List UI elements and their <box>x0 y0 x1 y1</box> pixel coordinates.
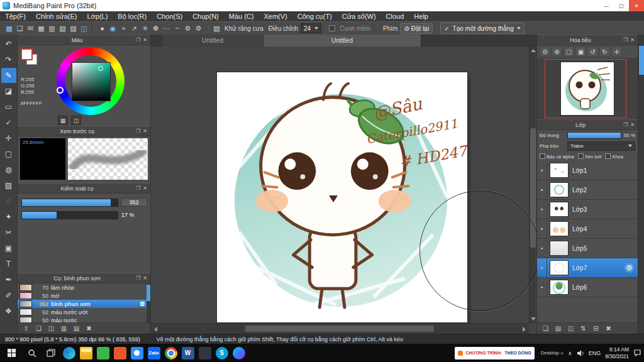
clipping-checkbox[interactable] <box>578 153 584 159</box>
minimize-button[interactable]: — <box>599 0 614 11</box>
canvas-area[interactable]: Untitled Untitled <box>151 35 536 334</box>
new-layer-icon[interactable]: ❏ <box>541 325 550 332</box>
taskbar-app-green[interactable] <box>94 344 111 362</box>
save-brush-icon[interactable]: ▥ <box>60 325 68 332</box>
taskbar-app-skype[interactable]: S <box>213 344 230 362</box>
menu-select[interactable]: Chọn(S) <box>152 11 187 21</box>
duplicate-layer-icon[interactable]: ◫ <box>567 325 575 332</box>
gradient-tool-icon[interactable]: ▨ <box>1 178 16 193</box>
brush-size-slider[interactable] <box>21 199 118 207</box>
layer-visibility-icon[interactable]: ● <box>537 161 547 180</box>
zoom-in-icon[interactable]: ⊕ <box>552 47 562 57</box>
spray-icon[interactable]: ✳ <box>140 23 150 33</box>
menu-file[interactable]: Tệp(F) <box>0 11 31 21</box>
popout-icon[interactable]: ❐ <box>623 122 628 128</box>
stabilizer-icon[interactable]: ≈ <box>118 23 129 33</box>
language-indicator[interactable]: ENG <box>589 350 601 356</box>
taskbar-app-zalo[interactable]: Zalo <box>145 344 162 362</box>
shape-tool-icon[interactable]: ▢ <box>1 146 16 162</box>
foreground-color-swatch[interactable] <box>21 48 33 60</box>
popout-icon[interactable]: ❐ <box>136 185 140 191</box>
layer-folder-icon[interactable]: ▤ <box>554 325 562 332</box>
dotted-line-icon[interactable]: ⋯ <box>161 23 172 33</box>
duplicate-brush-icon[interactable]: ◫ <box>47 325 55 332</box>
brush-settings-gear-icon[interactable]: ⚙ <box>140 300 145 307</box>
layer-row[interactable]: ● Lớp3 <box>537 200 638 219</box>
eyedropper-tool-icon[interactable]: ✐ <box>1 288 16 303</box>
layer-visibility-icon[interactable]: ● <box>537 239 547 258</box>
close-panel-icon[interactable]: ✕ <box>143 185 147 191</box>
move-tool-icon[interactable]: ✛ <box>1 131 16 146</box>
brush-list-item[interactable]: 92 màu nước ướt <box>18 308 150 316</box>
brush-soft-icon[interactable]: ● <box>97 23 108 33</box>
saturation-value-square[interactable] <box>72 62 111 101</box>
fill-tool-icon[interactable]: ◍ <box>1 162 16 177</box>
menu-window[interactable]: Cửa sổ(W) <box>337 11 381 21</box>
scroll-down-arrow[interactable] <box>531 317 536 321</box>
antialias-icon[interactable]: ▧ <box>211 23 222 33</box>
protect-alpha-checkbox[interactable] <box>540 153 545 159</box>
zoom-out-icon[interactable]: ⊖ <box>540 47 550 57</box>
merge-layer-icon[interactable]: ⊟ <box>592 325 600 332</box>
new-canvas-icon[interactable]: ▩ <box>4 23 14 33</box>
taskbar-search-button[interactable] <box>23 344 42 362</box>
brush-size-value[interactable]: 352 <box>121 198 147 207</box>
reset-view-icon[interactable]: ✛ <box>611 47 622 57</box>
delete-layer-icon[interactable]: ✖ <box>604 325 613 332</box>
scroll-right-arrow[interactable] <box>523 327 526 332</box>
brush-list-item-selected[interactable]: 352 bình phun sơn ⚙ <box>18 300 150 308</box>
popout-icon[interactable]: ❐ <box>623 37 628 43</box>
scroll-left-arrow[interactable] <box>154 327 157 332</box>
close-panel-icon[interactable]: ✕ <box>630 122 635 128</box>
scissors-tool-icon[interactable]: ✂ <box>1 225 16 240</box>
brush-opacity-slider[interactable] <box>21 211 118 219</box>
close-panel-icon[interactable]: ✕ <box>143 128 147 134</box>
document-tab[interactable]: Untitled <box>162 35 264 47</box>
actual-size-icon[interactable]: ▣ <box>575 47 586 57</box>
stamp-tool-icon[interactable]: ▣ <box>1 241 16 256</box>
layer-row[interactable]: ● Lớp4 <box>537 219 638 239</box>
taskbar-app-zoom[interactable] <box>128 344 145 362</box>
navigator-preview[interactable] <box>537 58 638 119</box>
canvas-horizontal-scrollbar[interactable] <box>151 323 529 334</box>
popout-icon[interactable]: ❐ <box>136 275 140 281</box>
brush-list-item[interactable]: 50 mờ <box>18 292 150 300</box>
menu-snap[interactable]: Chụp(N) <box>187 11 224 21</box>
menu-filter[interactable]: Bộ lọc(R) <box>113 11 152 21</box>
task-view-button[interactable] <box>42 344 60 362</box>
brush-list-item[interactable]: 70 làm nhòe <box>18 283 150 292</box>
taskbar-app-orange[interactable] <box>111 344 128 362</box>
taskbar-app-word[interactable]: W <box>179 344 196 362</box>
taskbar-app-explorer[interactable] <box>77 344 94 362</box>
brush-tool-icon[interactable]: ✎ <box>1 68 16 83</box>
fit-screen-icon[interactable]: ▢ <box>564 47 574 57</box>
tray-expand-icon[interactable]: ∧ <box>568 350 572 356</box>
reset-button[interactable]: ⊘ Đặt lại <box>400 23 433 34</box>
notification-toast[interactable]: CHƯƠNG TRÌNH: THEO DÒNG <box>455 347 534 359</box>
taskbar-app-chrome[interactable] <box>162 344 179 362</box>
right-panel-scrollbar[interactable] <box>638 35 644 334</box>
tool-settings-icon[interactable]: ⚙ <box>193 23 204 33</box>
brush-list-scrollbar[interactable] <box>147 283 150 322</box>
wand-tool-icon[interactable]: ✦ <box>1 209 16 224</box>
clipping-option[interactable]: Xén bớt <box>578 153 602 160</box>
layer-row[interactable]: ● Lớp1 <box>537 161 638 180</box>
brush-list-item[interactable]: 50 màu nước <box>18 316 150 322</box>
adjust-dropdown[interactable]: 24 <box>301 23 321 33</box>
pages-icon[interactable]: ▥ <box>47 23 57 33</box>
layer-visibility-icon[interactable]: ● <box>537 200 547 219</box>
menu-view[interactable]: Xem(V) <box>258 11 292 21</box>
taskbar-app-messenger[interactable] <box>230 344 247 362</box>
brush-settings-icon[interactable]: ⚙ <box>182 23 193 33</box>
brush-folder-icon[interactable]: ▤ <box>72 325 80 332</box>
taskbar-app-edge[interactable] <box>60 344 77 362</box>
commit-tool-icon[interactable]: ✓ <box>1 115 16 130</box>
layer-visibility-icon[interactable]: ● <box>537 258 547 277</box>
protect-alpha-option[interactable]: Bảo vệ alpha <box>540 153 574 160</box>
sv-marker[interactable] <box>98 66 103 71</box>
popout-icon[interactable]: ❐ <box>136 128 140 134</box>
text-tool-icon[interactable]: T <box>1 256 16 272</box>
blend-mode-dropdown[interactable]: Thêm <box>567 141 635 151</box>
close-panel-icon[interactable]: ✕ <box>143 37 147 43</box>
clock[interactable]: 9:14 AM 9/30/2021 <box>605 346 629 359</box>
